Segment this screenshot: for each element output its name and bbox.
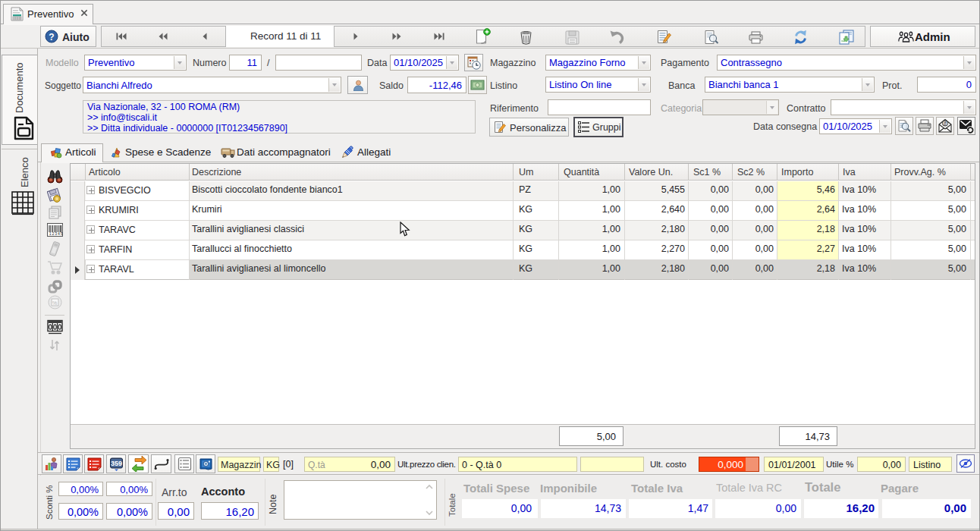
- svg-text:1 2 3 4 5: 1 2 3 4 5: [49, 232, 63, 236]
- svg-text:%: %: [52, 300, 57, 306]
- svg-text:@: @: [944, 121, 947, 127]
- svg-text:359: 359: [111, 460, 122, 467]
- svg-text:?: ?: [49, 32, 54, 42]
